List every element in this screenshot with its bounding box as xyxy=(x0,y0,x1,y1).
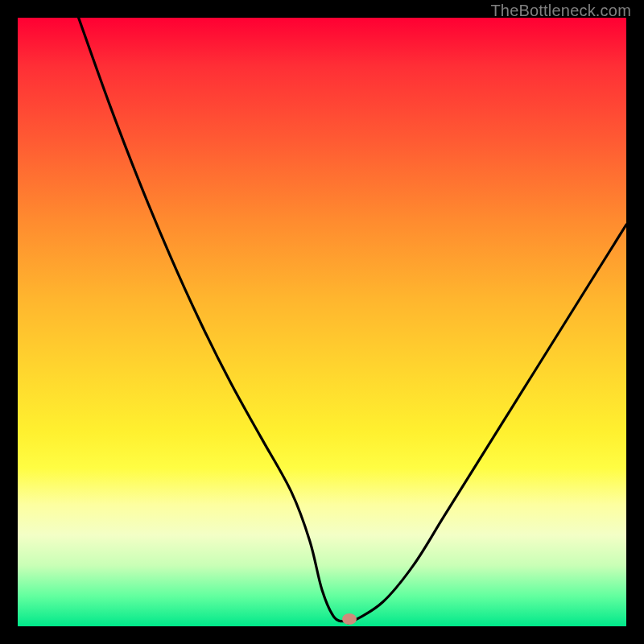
bottleneck-curve xyxy=(79,18,626,623)
curve-layer xyxy=(18,18,626,626)
optimal-marker xyxy=(342,613,357,625)
